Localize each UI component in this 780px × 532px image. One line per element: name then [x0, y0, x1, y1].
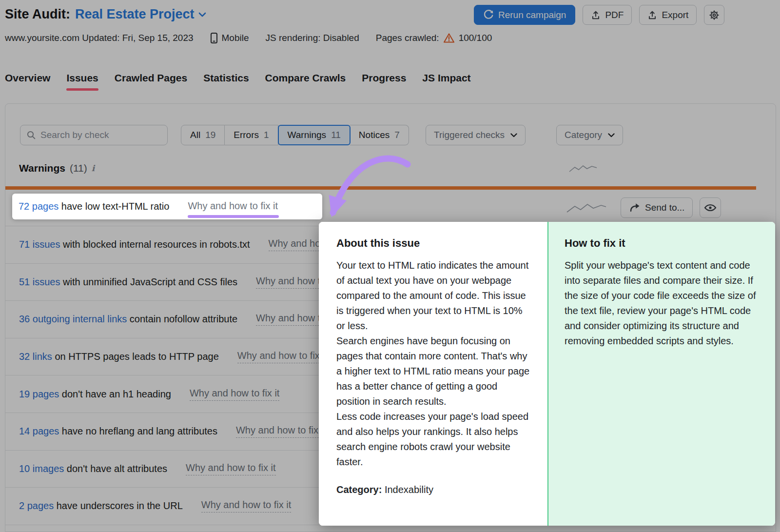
- issue-details-popup: About this issue Your text to HTML ratio…: [319, 222, 775, 526]
- issue-count-link[interactable]: 72 pages: [19, 201, 58, 212]
- why-how-to-fix-link[interactable]: Why and how to fix it: [188, 200, 278, 213]
- how-to-fix-title: How to fix it: [565, 237, 759, 250]
- about-issue-paragraph: Your text to HTML ratio indicates the am…: [336, 258, 530, 334]
- issue-category: Category: Indexability: [336, 484, 530, 495]
- about-issue-paragraph: Search engines have begun focusing on pa…: [336, 334, 530, 409]
- about-issue-paragraph: Less code increases your page's load spe…: [336, 409, 530, 470]
- site-audit-page: Site Audit: Real Estate Project Rerun ca…: [0, 0, 780, 532]
- about-issue-title: About this issue: [336, 237, 530, 250]
- highlighted-warning-row[interactable]: 72 pages have low text-HTML ratio Why an…: [12, 194, 322, 219]
- about-issue-panel: About this issue Your text to HTML ratio…: [319, 222, 547, 526]
- how-to-fix-panel: How to fix it Split your webpage's text …: [547, 222, 775, 526]
- issue-description: 72 pages have low text-HTML ratio: [19, 201, 169, 212]
- how-to-fix-paragraph: Split your webpage's text content and co…: [565, 258, 759, 349]
